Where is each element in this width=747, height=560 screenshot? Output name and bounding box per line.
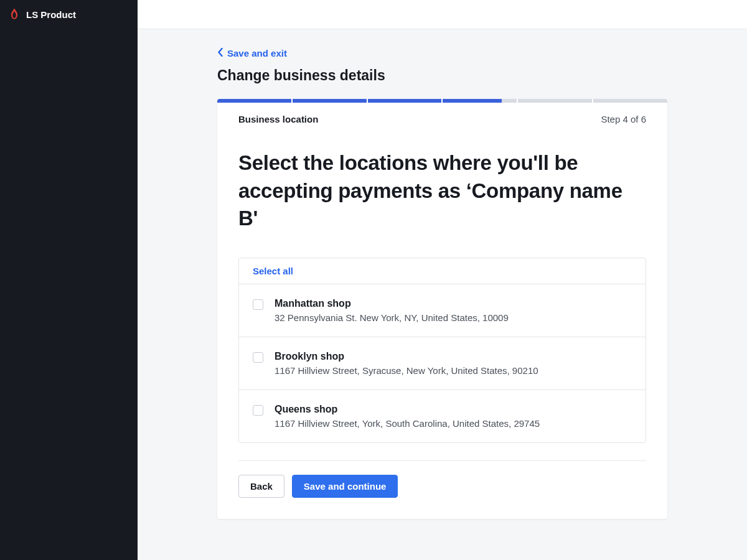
location-text: Brooklyn shop1167 Hillview Street, Syrac…	[275, 351, 632, 376]
sidebar-header: LS Product	[0, 0, 138, 29]
select-all-button[interactable]: Select all	[239, 258, 646, 284]
topbar	[138, 0, 747, 29]
product-name: LS Product	[26, 9, 76, 20]
location-name: Manhattan shop	[275, 298, 632, 309]
content: Save and exit Change business details Bu…	[217, 48, 667, 519]
location-address: 1167 Hillview Street, Syracuse, New York…	[275, 365, 632, 376]
progress-segment	[593, 99, 667, 103]
sidebar: LS Product	[0, 0, 138, 560]
progress-segment	[443, 99, 517, 103]
section-label: Business location	[238, 114, 318, 124]
location-text: Manhattan shop32 Pennsylvania St. New Yo…	[275, 298, 632, 323]
location-item[interactable]: Brooklyn shop1167 Hillview Street, Syrac…	[239, 337, 646, 390]
page-title: Change business details	[217, 67, 667, 84]
save-and-exit-link[interactable]: Save and exit	[217, 48, 287, 58]
button-row: Back Save and continue	[238, 475, 646, 498]
wizard-card: Business location Step 4 of 6 Select the…	[217, 99, 667, 519]
progress-bar	[217, 99, 667, 103]
card-header: Business location Step 4 of 6	[217, 103, 667, 124]
flame-icon	[9, 7, 20, 22]
chevron-left-icon	[217, 48, 223, 58]
location-checkbox[interactable]	[253, 352, 263, 363]
heading: Select the locations where you'll be acc…	[238, 149, 646, 233]
location-item[interactable]: Manhattan shop32 Pennsylvania St. New Yo…	[239, 284, 646, 337]
location-list: Select all Manhattan shop32 Pennsylvania…	[238, 258, 646, 443]
back-button[interactable]: Back	[238, 475, 284, 498]
step-label: Step 4 of 6	[601, 114, 646, 124]
divider	[238, 460, 646, 461]
progress-segment	[518, 99, 592, 103]
location-checkbox[interactable]	[253, 405, 263, 416]
location-text: Queens shop1167 Hillview Street, York, S…	[275, 404, 632, 429]
save-and-exit-label: Save and exit	[227, 48, 287, 58]
location-name: Queens shop	[275, 404, 632, 415]
location-checkbox[interactable]	[253, 299, 263, 310]
card-body: Select the locations where you'll be acc…	[217, 124, 667, 519]
main: Save and exit Change business details Bu…	[138, 0, 747, 560]
progress-segment	[368, 99, 442, 103]
location-name: Brooklyn shop	[275, 351, 632, 362]
location-item[interactable]: Queens shop1167 Hillview Street, York, S…	[239, 390, 646, 442]
location-address: 32 Pennsylvania St. New York, NY, United…	[275, 312, 632, 323]
content-scroll[interactable]: Save and exit Change business details Bu…	[138, 29, 747, 560]
progress-segment	[217, 99, 291, 103]
save-continue-button[interactable]: Save and continue	[292, 475, 398, 498]
location-address: 1167 Hillview Street, York, South Caroli…	[275, 418, 632, 429]
progress-segment	[293, 99, 367, 103]
